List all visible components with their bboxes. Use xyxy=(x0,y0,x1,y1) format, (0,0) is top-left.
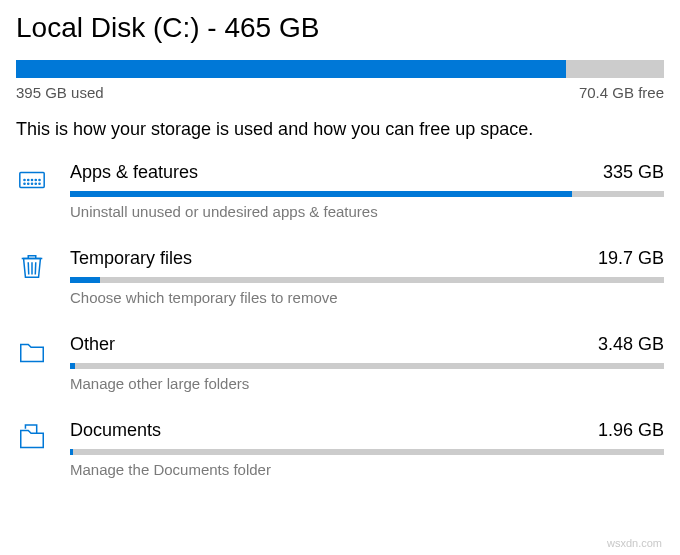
category-hint: Choose which temporary files to remove xyxy=(70,289,664,306)
category-size: 3.48 GB xyxy=(598,334,664,355)
category-size: 1.96 GB xyxy=(598,420,664,441)
category-apps-features[interactable]: Apps & features 335 GB Uninstall unused … xyxy=(16,162,664,220)
category-bar-fill xyxy=(70,191,572,197)
documents-icon xyxy=(16,422,48,454)
category-documents[interactable]: Documents 1.96 GB Manage the Documents f… xyxy=(16,420,664,478)
disk-used-label: 395 GB used xyxy=(16,84,104,101)
category-bar xyxy=(70,277,664,283)
category-name: Documents xyxy=(70,420,161,441)
trash-icon xyxy=(16,250,48,282)
svg-point-7 xyxy=(28,179,29,180)
disk-usage-fill xyxy=(16,60,566,78)
category-name: Apps & features xyxy=(70,162,198,183)
category-bar-fill xyxy=(70,277,100,283)
category-hint: Manage other large folders xyxy=(70,375,664,392)
category-name: Temporary files xyxy=(70,248,192,269)
category-size: 335 GB xyxy=(603,162,664,183)
category-hint: Manage the Documents folder xyxy=(70,461,664,478)
svg-point-2 xyxy=(28,183,29,184)
svg-point-1 xyxy=(24,183,25,184)
category-name: Other xyxy=(70,334,115,355)
category-bar xyxy=(70,449,664,455)
svg-point-3 xyxy=(31,183,32,184)
category-bar xyxy=(70,191,664,197)
disk-usage-bar xyxy=(16,60,664,78)
svg-point-5 xyxy=(39,183,40,184)
category-bar-fill xyxy=(70,449,73,455)
category-hint: Uninstall unused or undesired apps & fea… xyxy=(70,203,664,220)
disk-free-label: 70.4 GB free xyxy=(579,84,664,101)
svg-point-4 xyxy=(35,183,36,184)
folder-icon xyxy=(16,336,48,368)
category-bar-fill xyxy=(70,363,75,369)
category-other[interactable]: Other 3.48 GB Manage other large folders xyxy=(16,334,664,392)
storage-description: This is how your storage is used and how… xyxy=(16,119,664,140)
apps-icon xyxy=(16,164,48,196)
svg-point-6 xyxy=(24,179,25,180)
category-temporary-files[interactable]: Temporary files 19.7 GB Choose which tem… xyxy=(16,248,664,306)
watermark: wsxdn.com xyxy=(607,537,662,549)
svg-point-10 xyxy=(39,179,40,180)
category-size: 19.7 GB xyxy=(598,248,664,269)
category-bar xyxy=(70,363,664,369)
page-title: Local Disk (C:) - 465 GB xyxy=(16,12,664,44)
svg-point-8 xyxy=(31,179,32,180)
disk-usage-labels: 395 GB used 70.4 GB free xyxy=(16,84,664,101)
svg-point-9 xyxy=(35,179,36,180)
